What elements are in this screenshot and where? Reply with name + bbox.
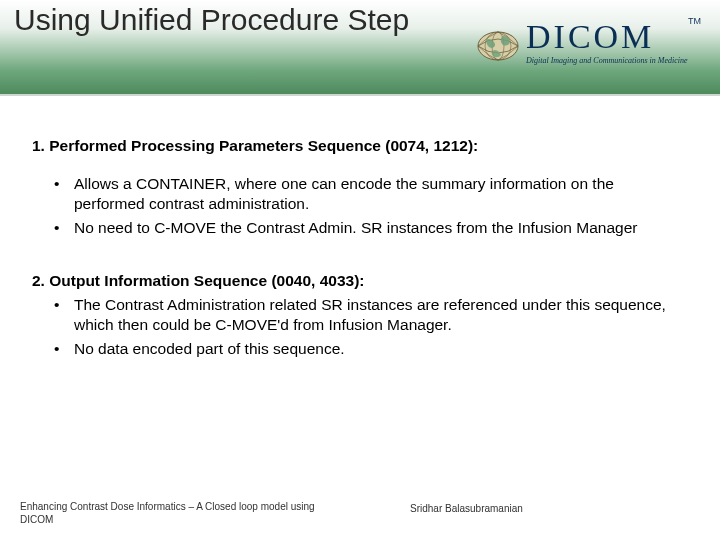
logo-subtitle: Digital Imaging and Communications in Me… xyxy=(526,56,688,65)
section-2: 2. Output Information Sequence (0040, 40… xyxy=(32,271,688,360)
footer-left: Enhancing Contrast Dose Informatics – A … xyxy=(20,501,320,526)
slide: Using Unified Procedure Step DICOM TM Di… xyxy=(0,0,720,540)
list-item: No need to C-MOVE the Contrast Admin. SR… xyxy=(50,218,688,238)
globe-icon xyxy=(476,24,520,68)
title-band: Using Unified Procedure Step DICOM TM Di… xyxy=(0,0,720,96)
content-area: 1. Performed Processing Parameters Seque… xyxy=(0,96,720,359)
section-2-bullets: The Contrast Administration related SR i… xyxy=(50,295,688,359)
list-item: The Contrast Administration related SR i… xyxy=(50,295,688,335)
list-item: No data encoded part of this sequence. xyxy=(50,339,688,359)
logo-tm: TM xyxy=(688,16,701,26)
logo-main-text: DICOM xyxy=(526,18,654,56)
list-item: Allows a CONTAINER, where one can encode… xyxy=(50,174,688,214)
footer-right: Sridhar Balasubramanian xyxy=(410,503,523,514)
section-1-bullets: Allows a CONTAINER, where one can encode… xyxy=(50,174,688,238)
section-2-heading: 2. Output Information Sequence (0040, 40… xyxy=(32,271,688,291)
section-1: 1. Performed Processing Parameters Seque… xyxy=(32,136,688,239)
dicom-logo: DICOM TM Digital Imaging and Communicati… xyxy=(476,18,706,74)
section-1-heading: 1. Performed Processing Parameters Seque… xyxy=(32,136,688,156)
slide-title: Using Unified Procedure Step xyxy=(14,0,409,40)
